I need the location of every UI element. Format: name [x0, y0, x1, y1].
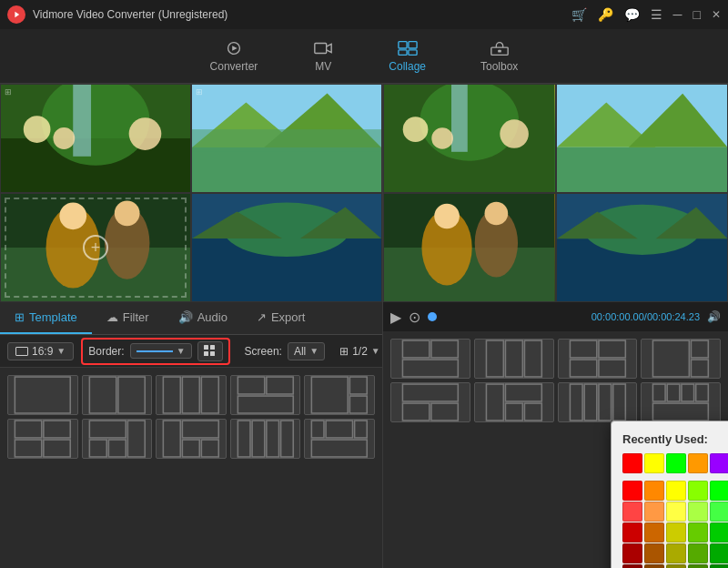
color-swatch-item[interactable]	[666, 481, 686, 501]
gift-icon[interactable]: 🔑	[598, 7, 613, 22]
color-swatch-item[interactable]	[644, 564, 664, 568]
color-swatch-item[interactable]	[622, 543, 642, 563]
svg-rect-25	[1, 194, 190, 301]
color-swatch-item[interactable]	[644, 481, 664, 501]
template-4[interactable]	[230, 375, 301, 415]
preview-cell-flowers[interactable]: ⊞	[0, 84, 191, 193]
border-grid-icon[interactable]	[197, 341, 223, 361]
color-swatch-item[interactable]	[710, 522, 728, 543]
controls-bar: 16:9 ▼ Border: ▼	[0, 335, 382, 368]
color-swatch-item[interactable]	[622, 564, 642, 568]
template-5[interactable]	[304, 375, 375, 415]
svg-rect-43	[164, 377, 181, 413]
template-1[interactable]	[7, 375, 78, 415]
svg-rect-57	[127, 421, 145, 457]
preview-cell-water[interactable]	[191, 193, 382, 302]
border-select[interactable]: ▼	[130, 343, 192, 359]
tab-filter[interactable]: ☁ Filter	[92, 302, 164, 334]
nav-converter[interactable]: Converter	[210, 40, 258, 73]
color-swatch-item[interactable]	[644, 522, 664, 543]
preview-cell-couple[interactable]: +	[0, 193, 191, 302]
border-line-preview	[136, 350, 173, 352]
template-9[interactable]	[230, 419, 301, 459]
collage-icon	[397, 40, 419, 56]
color-swatch-item[interactable]	[644, 543, 664, 563]
svg-rect-62	[183, 440, 200, 457]
nav-toolbox[interactable]: Toolbox	[480, 40, 518, 73]
screen-select[interactable]: All ▼	[288, 342, 325, 360]
title-text: Vidmore Video Converter (Unregistered)	[33, 8, 228, 21]
recently-used-swatch[interactable]	[644, 453, 664, 473]
nav-collage[interactable]: Collage	[389, 40, 426, 73]
recently-used-swatch[interactable]	[622, 453, 642, 473]
svg-rect-58	[89, 440, 106, 457]
border-control-highlight: Border: ▼	[81, 338, 229, 365]
color-swatch-item[interactable]	[622, 481, 642, 501]
svg-marker-3	[232, 46, 237, 51]
color-swatch-item[interactable]	[688, 502, 708, 522]
svg-rect-50	[350, 377, 368, 394]
page-chevron: ▼	[371, 346, 380, 356]
template-8[interactable]	[156, 419, 227, 459]
color-swatch-item[interactable]	[644, 502, 664, 522]
tab-audio-label: Audio	[197, 310, 228, 324]
cart-icon[interactable]: 🛒	[571, 7, 587, 22]
border-label: Border:	[88, 345, 124, 358]
tab-template[interactable]: ⊞ Template	[0, 302, 92, 334]
svg-point-15	[24, 116, 51, 143]
chat-icon[interactable]: 💬	[624, 7, 640, 22]
page-group: ⊞ 1/2 ▼	[339, 345, 380, 358]
screen-label: Screen:	[245, 345, 282, 358]
svg-rect-36	[204, 345, 208, 350]
recently-used-swatch[interactable]	[710, 453, 728, 473]
main-area: ⊞ ⊞	[0, 84, 728, 568]
color-swatch-item[interactable]	[688, 564, 708, 568]
preview-cell-landscape[interactable]: ⊞	[191, 84, 382, 193]
template-10[interactable]	[304, 419, 375, 459]
minimize-icon[interactable]: ─	[673, 7, 682, 22]
svg-rect-10	[498, 49, 501, 52]
close-button[interactable]: ✕	[712, 8, 721, 21]
template-6[interactable]	[7, 419, 78, 459]
svg-rect-60	[164, 421, 181, 457]
maximize-icon[interactable]: □	[693, 7, 701, 22]
color-swatch-item[interactable]	[666, 564, 686, 568]
tab-bar: ⊞ Template ☁ Filter 🔊 Audio ↗ Export	[0, 302, 382, 335]
color-picker-title: Recently Used:	[622, 432, 728, 446]
color-swatch-item[interactable]	[622, 522, 642, 543]
color-swatch-item[interactable]	[688, 481, 708, 501]
color-swatch-item[interactable]	[710, 502, 728, 522]
recently-used-swatch[interactable]	[688, 453, 708, 473]
color-swatch-item[interactable]	[710, 481, 728, 501]
template-3[interactable]	[156, 375, 227, 415]
color-swatch-item[interactable]	[666, 522, 686, 543]
template-7[interactable]	[82, 419, 153, 459]
svg-rect-37	[210, 345, 215, 350]
nav-bar: Converter MV Collage	[0, 29, 728, 84]
color-picker-popup: Recently Used: More Colors OK	[611, 421, 728, 568]
menu-icon[interactable]: ☰	[651, 7, 662, 22]
svg-rect-26	[1, 248, 190, 301]
svg-rect-46	[238, 377, 264, 394]
recently-used-swatches	[622, 453, 728, 473]
svg-point-29	[59, 202, 86, 229]
tab-export[interactable]: ↗ Export	[242, 302, 320, 334]
ratio-button[interactable]: 16:9 ▼	[7, 342, 74, 360]
add-media-btn-1[interactable]: +	[83, 235, 108, 260]
color-swatch-item[interactable]	[666, 502, 686, 522]
color-grid	[622, 481, 728, 568]
color-swatch-item[interactable]	[710, 543, 728, 563]
template-2[interactable]	[82, 375, 153, 415]
recently-used-area: Recently Used:	[622, 432, 728, 473]
color-swatch-item[interactable]	[688, 543, 708, 563]
tab-audio[interactable]: 🔊 Audio	[164, 302, 242, 334]
color-swatch-item[interactable]	[710, 564, 728, 568]
recently-used-swatch[interactable]	[666, 453, 686, 473]
svg-text:⊞: ⊞	[196, 87, 203, 96]
svg-rect-23	[192, 129, 381, 152]
color-swatch-item[interactable]	[666, 543, 686, 563]
nav-mv[interactable]: MV	[312, 40, 334, 73]
svg-rect-44	[183, 377, 200, 413]
color-swatch-item[interactable]	[688, 522, 708, 543]
color-swatch-item[interactable]	[622, 502, 642, 522]
